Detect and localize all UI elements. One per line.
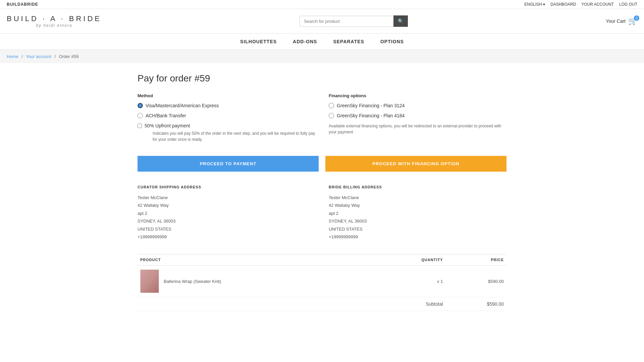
bride-address-section: BRIDE BILLING ADDRESS Tester McClane 42 … [329,185,506,241]
log-out-link[interactable]: LOG OUT [619,2,637,7]
col-product: PRODUCT [138,254,372,265]
curator-apt: apt 2 [138,209,315,217]
your-account-link[interactable]: YOUR ACCOUNT [581,2,614,7]
payment-grid: Method Visa/Mastercard/American Express … [138,93,506,146]
radio-plan3124[interactable] [329,103,334,108]
payment-option-ach[interactable]: ACH/Bank Transfer [138,113,315,118]
proceed-with-financing-button[interactable]: PROCEED WITH FINANCING OPTION [325,156,506,172]
address-grid: CURATOR SHIPPING ADDRESS Tester McClane … [138,185,506,241]
subtotal-label: Subtotal [372,297,446,311]
subtotal-row: Subtotal $590.00 [138,297,506,311]
label-upfront: 50% Upfront payment [145,123,190,128]
breadcrumb-home[interactable]: Home [7,54,18,59]
products-table: PRODUCT QUANTITY PRICE Ballerina Wrap (S… [138,254,506,311]
breadcrumb-order: Order #59 [59,54,79,59]
proceed-to-payment-button[interactable]: PROCEED TO PAYMENT [138,156,319,172]
product-quantity: x 1 [372,265,446,297]
main-content: Pay for order #59 Method Visa/Mastercard… [131,73,513,311]
table-row: Ballerina Wrap (Sweater Knit) x 1 $590.0… [138,265,506,297]
cart-area[interactable]: Your Cart 🛒 0 [606,17,637,25]
product-thumbnail [140,269,159,293]
nav-options[interactable]: OPTIONS [380,39,404,44]
payment-method-section: Method Visa/Mastercard/American Express … [138,93,315,146]
brand-name: BUILDABRIDE [7,2,38,7]
curator-address-section: CURATOR SHIPPING ADDRESS Tester McClane … [138,185,315,241]
label-visa: Visa/Mastercard/American Express [146,103,219,108]
cart-label: Your Cart [606,18,626,24]
curator-city: SYDNEY, AL 36003 [138,217,315,225]
dashboard-link[interactable]: DASHBOARD [550,2,576,7]
label-ach: ACH/Bank Transfer [146,113,186,118]
checkbox-upfront[interactable] [138,124,142,128]
language-selector[interactable]: ENGLISH ▾ [524,2,545,7]
logo-sub-text: by heidi elnora [36,23,72,28]
radio-ach[interactable] [138,113,143,118]
financing-note: Available external financing options, yo… [329,123,506,135]
bride-street: 42 Wallaby Way [329,201,506,209]
product-cell: Ballerina Wrap (Sweater Knit) [138,265,372,297]
upfront-note: Indicates you will pay 50% of the order … [153,130,315,142]
page-title: Pay for order #59 [138,73,506,84]
label-plan3124: GreenSky Financing - Plan 3124 [337,103,405,108]
breadcrumb-account[interactable]: Your account [26,54,51,59]
cart-icon-wrap: 🛒 0 [628,17,637,25]
radio-plan4184[interactable] [329,113,334,118]
main-nav: SILHOUETTES ADD-ONS SEPARATES OPTIONS [0,34,644,50]
method-label: Method [138,93,315,98]
financing-label: Financing options [329,93,506,98]
top-bar: BUILDABRIDE ENGLISH ▾ DASHBOARD YOUR ACC… [0,0,644,9]
curator-name: Tester McClane [138,194,315,201]
subtotal-value: $590.00 [446,297,506,311]
col-price: PRICE [446,254,506,265]
curator-address-title: CURATOR SHIPPING ADDRESS [138,185,315,189]
nav-add-ons[interactable]: ADD-ONS [293,39,317,44]
cart-badge: 0 [634,15,639,21]
breadcrumb-sep-2: / [54,54,56,59]
curator-street: 42 Wallaby Way [138,201,315,209]
product-row: Ballerina Wrap (Sweater Knit) [140,269,370,293]
search-area: 🔍 [300,15,408,27]
product-image [141,270,159,293]
logo[interactable]: BUILD · A · BRIDE by heidi elnora [7,14,102,28]
search-button[interactable]: 🔍 [393,15,408,27]
financing-option-3124[interactable]: GreenSky Financing - Plan 3124 [329,103,506,108]
bride-apt: apt 2 [329,209,506,217]
bride-name: Tester McClane [329,194,506,201]
payment-option-visa[interactable]: Visa/Mastercard/American Express [138,103,315,108]
curator-phone: +19999999999 [138,233,315,241]
nav-separates[interactable]: SEPARATES [333,39,364,44]
col-quantity: QUANTITY [372,254,446,265]
search-input[interactable] [300,16,393,27]
payment-option-upfront[interactable]: 50% Upfront payment Indicates you will p… [138,123,315,142]
bride-city: SYDNEY, AL 36003 [329,217,506,225]
top-bar-links: ENGLISH ▾ DASHBOARD YOUR ACCOUNT LOG OUT [524,2,637,7]
label-plan4184: GreenSky Financing - Plan 4184 [337,113,405,118]
logo-main-text: BUILD · A · BRIDE [7,14,102,23]
radio-visa[interactable] [138,103,143,108]
financing-section: Financing options GreenSky Financing - P… [329,93,506,146]
header: BUILD · A · BRIDE by heidi elnora 🔍 Your… [0,9,644,34]
product-price: $590.00 [446,265,506,297]
cta-button-row: PROCEED TO PAYMENT PROCEED WITH FINANCIN… [138,156,506,172]
bride-address-title: BRIDE BILLING ADDRESS [329,185,506,189]
nav-silhouettes[interactable]: SILHOUETTES [240,39,277,44]
bride-country: UNITED STATES [329,225,506,233]
breadcrumb: Home / Your account / Order #59 [0,50,644,63]
subtotal-label-empty [138,297,372,311]
breadcrumb-sep-1: / [21,54,23,59]
bride-phone: +19999999999 [329,233,506,241]
product-name: Ballerina Wrap (Sweater Knit) [164,279,221,284]
financing-option-4184[interactable]: GreenSky Financing - Plan 4184 [329,113,506,118]
curator-country: UNITED STATES [138,225,315,233]
